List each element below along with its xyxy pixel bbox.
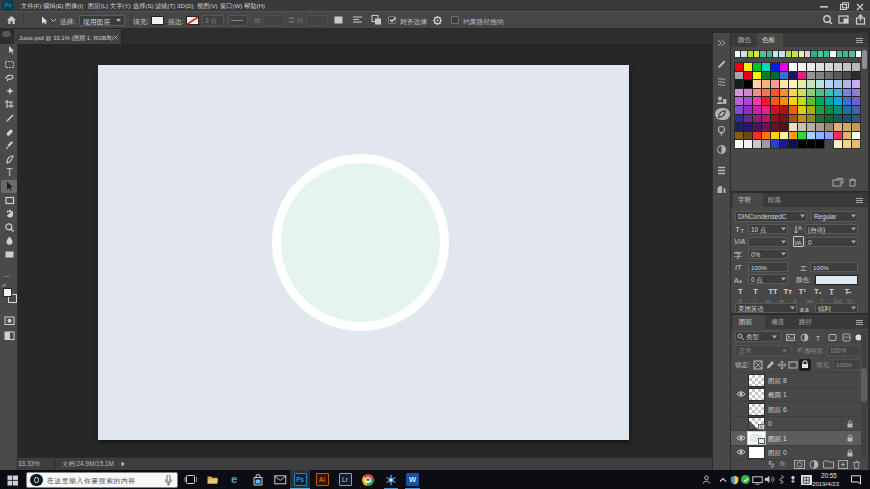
svg-text:a: a: [805, 306, 809, 313]
svg-text:A: A: [798, 225, 802, 231]
svg-text:V/A: V/A: [734, 238, 745, 245]
svg-text:T: T: [6, 167, 12, 178]
svg-text:T: T: [816, 334, 821, 343]
svg-text:字: 字: [734, 251, 742, 260]
svg-text:a: a: [739, 278, 742, 284]
svg-text:VA: VA: [795, 239, 802, 245]
svg-text:a: a: [800, 306, 804, 313]
